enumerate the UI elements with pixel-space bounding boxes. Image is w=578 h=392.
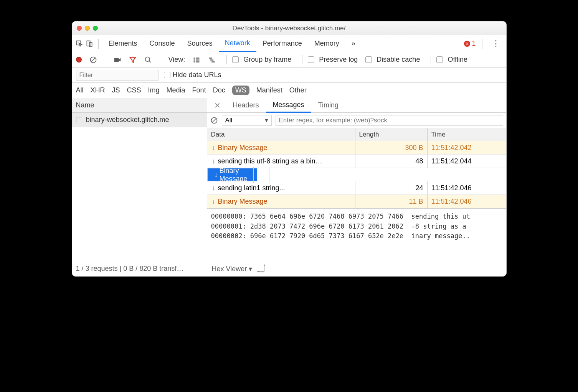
group-by-frame-checkbox[interactable]: Group by frame bbox=[232, 56, 291, 64]
error-count[interactable]: ✕ 1 bbox=[462, 40, 478, 48]
svg-rect-15 bbox=[210, 59, 213, 61]
request-name: binary-websocket.glitch.me bbox=[86, 116, 169, 124]
message-time: 11:51:42.044 bbox=[428, 155, 506, 168]
status-bar: 1 / 3 requests | 0 B / 820 B transf… Hex… bbox=[72, 261, 506, 276]
type-filter-img[interactable]: Img bbox=[148, 86, 160, 94]
svg-rect-11 bbox=[196, 59, 200, 61]
hide-data-urls-checkbox[interactable]: Hide data URLs bbox=[164, 71, 221, 79]
close-window-button[interactable] bbox=[77, 26, 82, 31]
close-detail-icon[interactable]: ✕ bbox=[209, 101, 226, 110]
message-length: 48 B bbox=[254, 167, 269, 183]
message-row[interactable]: ↓sending latin1 string...2411:51:42.046 bbox=[207, 181, 506, 195]
message-type-select[interactable]: All▾ bbox=[222, 115, 272, 126]
status-summary: 1 / 3 requests | 0 B / 820 B transf… bbox=[72, 261, 207, 276]
tab-elements[interactable]: Elements bbox=[102, 35, 144, 52]
clear-icon[interactable] bbox=[89, 56, 97, 64]
message-time: 11:51:42.045 bbox=[269, 171, 317, 179]
message-filter-bar: All▾ bbox=[207, 113, 506, 128]
col-time[interactable]: Time bbox=[428, 128, 506, 141]
type-filter-ws[interactable]: WS bbox=[232, 86, 249, 95]
tab-network[interactable]: Network bbox=[219, 36, 256, 52]
clear-messages-icon[interactable] bbox=[210, 117, 218, 124]
svg-line-4 bbox=[91, 58, 95, 62]
message-row[interactable]: ↓Binary Message48 B11:51:42.045 bbox=[207, 168, 257, 181]
message-length: 11 B bbox=[355, 195, 428, 208]
split-pane: Name binary-websocket.glitch.me ✕ Header… bbox=[72, 98, 506, 261]
large-rows-icon[interactable] bbox=[193, 56, 200, 64]
camera-icon[interactable] bbox=[114, 56, 121, 64]
arrow-down-icon: ↓ bbox=[215, 171, 218, 179]
offline-checkbox[interactable]: Offline bbox=[436, 56, 467, 64]
disable-cache-checkbox[interactable]: Disable cache bbox=[365, 56, 420, 64]
message-row[interactable]: ↓Binary Message300 B11:51:42.042 bbox=[207, 141, 506, 155]
search-icon[interactable] bbox=[144, 56, 152, 64]
message-regex-input[interactable] bbox=[276, 115, 503, 126]
tab-performance[interactable]: Performance bbox=[256, 35, 308, 52]
type-filter-doc[interactable]: Doc bbox=[213, 86, 225, 94]
filter-input[interactable] bbox=[76, 70, 159, 81]
svg-rect-10 bbox=[194, 59, 195, 61]
svg-rect-12 bbox=[194, 61, 195, 63]
detail-pane: ✕ HeadersMessagesTiming All▾ Data Length… bbox=[207, 98, 506, 261]
message-text: sending latin1 string... bbox=[218, 184, 285, 192]
message-length: 300 B bbox=[355, 141, 428, 154]
zoom-window-button[interactable] bbox=[93, 26, 98, 31]
message-text: Binary Message bbox=[218, 144, 268, 152]
tab-sources[interactable]: Sources bbox=[181, 35, 219, 52]
arrow-down-icon: ↓ bbox=[211, 184, 216, 192]
subtab-timing[interactable]: Timing bbox=[311, 101, 345, 109]
col-data[interactable]: Data bbox=[207, 128, 355, 141]
request-row[interactable]: binary-websocket.glitch.me bbox=[72, 113, 207, 127]
message-text: Binary Message bbox=[218, 198, 268, 206]
preserve-log-checkbox[interactable]: Preserve log bbox=[308, 56, 358, 64]
arrow-down-icon: ↓ bbox=[211, 198, 216, 206]
type-filter-media[interactable]: Media bbox=[167, 86, 185, 94]
record-button[interactable] bbox=[76, 57, 82, 63]
copy-icon[interactable] bbox=[258, 265, 265, 272]
settings-menu-icon[interactable]: ⋮ bbox=[486, 39, 504, 49]
message-columns-header: Data Length Time bbox=[207, 128, 506, 141]
network-toolbar: View: Group by frame Preserve log Disabl… bbox=[72, 52, 506, 68]
traffic-lights bbox=[77, 26, 98, 31]
tab-console[interactable]: Console bbox=[144, 35, 181, 52]
filter-bar: Hide data URLs bbox=[72, 68, 506, 83]
type-filter-font[interactable]: Font bbox=[192, 86, 206, 94]
type-filter-css[interactable]: CSS bbox=[127, 86, 141, 94]
message-time: 11:51:42.046 bbox=[428, 195, 506, 208]
svg-rect-8 bbox=[194, 58, 195, 59]
device-toggle-icon[interactable] bbox=[84, 39, 94, 49]
subtab-messages[interactable]: Messages bbox=[266, 99, 311, 113]
inspect-icon[interactable] bbox=[74, 39, 84, 49]
svg-line-18 bbox=[212, 119, 216, 122]
message-row[interactable]: ↓Binary Message11 B11:51:42.046 bbox=[207, 195, 506, 208]
type-filter-xhr[interactable]: XHR bbox=[91, 86, 105, 94]
message-text: sending this utf-8 string as a bin… bbox=[218, 157, 322, 165]
hex-viewer-dropdown[interactable]: Hex Viewer ▾ bbox=[212, 265, 253, 273]
window-title: DevTools - binary-websocket.glitch.me/ bbox=[72, 25, 506, 32]
message-time: 11:51:42.046 bbox=[428, 181, 506, 194]
svg-rect-13 bbox=[196, 61, 200, 63]
col-length[interactable]: Length bbox=[355, 128, 428, 141]
message-row[interactable]: ↓sending this utf-8 string as a bin…4811… bbox=[207, 155, 506, 168]
message-text: Binary Message bbox=[220, 167, 249, 183]
type-filter-all[interactable]: All bbox=[76, 86, 84, 94]
titlebar: DevTools - binary-websocket.glitch.me/ bbox=[72, 21, 506, 35]
minimize-window-button[interactable] bbox=[85, 26, 90, 31]
devtools-window: DevTools - binary-websocket.glitch.me/ E… bbox=[72, 21, 507, 277]
hex-viewer[interactable]: 00000000: 7365 6e64 696e 6720 7468 6973 … bbox=[207, 208, 506, 261]
message-rows: ↓Binary Message300 B11:51:42.042↓sending… bbox=[207, 141, 506, 208]
svg-rect-5 bbox=[114, 58, 119, 62]
name-column-header[interactable]: Name bbox=[72, 98, 207, 113]
subtab-headers[interactable]: Headers bbox=[226, 101, 266, 109]
tab-memory[interactable]: Memory bbox=[308, 35, 345, 52]
main-tabstrip: ElementsConsoleSourcesNetworkPerformance… bbox=[72, 35, 506, 52]
filter-icon[interactable] bbox=[129, 56, 137, 64]
type-filter-js[interactable]: JS bbox=[112, 86, 120, 94]
message-length: 24 bbox=[355, 181, 428, 194]
tab-overflow[interactable]: » bbox=[345, 35, 362, 52]
type-filter-manifest[interactable]: Manifest bbox=[256, 86, 282, 94]
svg-point-6 bbox=[145, 57, 150, 61]
request-favicon-placeholder bbox=[76, 117, 82, 123]
waterfall-icon[interactable] bbox=[208, 56, 216, 64]
type-filter-other[interactable]: Other bbox=[289, 86, 307, 94]
